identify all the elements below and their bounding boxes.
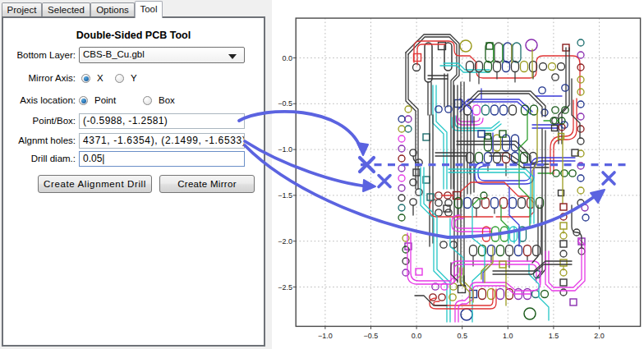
- svg-text:−1.5: −1.5: [278, 191, 292, 200]
- svg-text:0.5: 0.5: [457, 332, 467, 340]
- svg-text:0.0: 0.0: [412, 332, 422, 340]
- svg-text:−2.0: −2.0: [278, 237, 292, 246]
- svg-text:−1.0: −1.0: [318, 332, 333, 340]
- svg-text:0.0: 0.0: [282, 54, 292, 62]
- svg-text:2.0: 2.0: [594, 332, 605, 340]
- svg-text:1.0: 1.0: [503, 332, 513, 340]
- svg-text:−1.0: −1.0: [278, 145, 292, 154]
- svg-text:−2.5: −2.5: [278, 283, 292, 292]
- svg-text:−0.5: −0.5: [364, 332, 379, 340]
- svg-text:1.5: 1.5: [549, 332, 559, 340]
- svg-text:−0.5: −0.5: [278, 99, 292, 108]
